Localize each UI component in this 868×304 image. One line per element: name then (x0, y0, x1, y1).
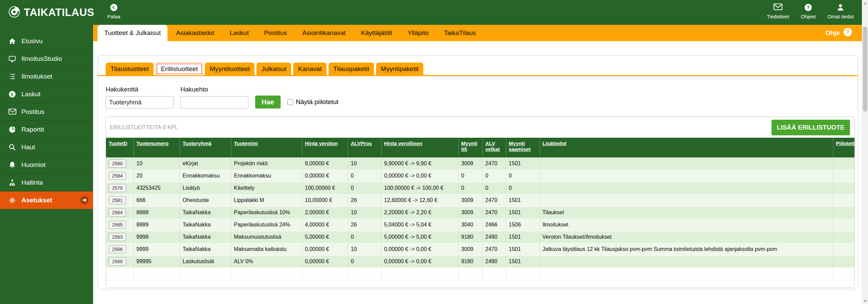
cell-price_net: 5,00000 € (302, 231, 348, 243)
tab-taikatilaus[interactable]: TaikaTilaus (437, 25, 483, 41)
app-logo[interactable]: TAIKATILAUS (8, 0, 94, 25)
product-id-link[interactable]: 2584 (109, 172, 126, 180)
cell-price_net: 9,00000 € (302, 157, 348, 170)
tab-tuotteet-julkaisut[interactable]: Tuotteet & Julkaisut (98, 25, 167, 41)
search-field-label: Hakukenttä (106, 86, 174, 93)
back-arrow-icon (102, 3, 126, 12)
sidebar-item-hallinta[interactable]: Hallinta (0, 174, 93, 191)
sidebar-item-ilmoitusstudio[interactable]: IlmoitusStudio (0, 50, 93, 68)
product-id-link[interactable]: 2570 (109, 184, 126, 192)
col-myynti-tili[interactable]: Myynti tili (458, 138, 482, 157)
subtab-myyntipaketit[interactable]: Myyntipaketit (376, 63, 423, 75)
col-lisatiedot[interactable]: Lisätiedot (539, 138, 833, 157)
col-hinta-veroton[interactable]: Hinta veroton (302, 138, 348, 157)
tab-kayttajatilit[interactable]: Käyttäjätilit (354, 25, 399, 41)
product-listing-box: ERILLISTUOTTEITA 0 KPL LISÄÄ ERILLISTUOT… (106, 117, 855, 288)
tab-laskut[interactable]: Laskut (223, 25, 255, 41)
col-tuotenumero[interactable]: Tuotenumero (134, 138, 180, 157)
sidebar-item-label: Ilmoitukset (21, 73, 52, 80)
sub-tab-bar: Tilaustuotteet Erillistuotteet Myyntituo… (98, 56, 858, 75)
help-center-button[interactable]: ? Ohjeet (801, 3, 816, 19)
cell-sales_account: 0 (458, 170, 482, 182)
sidebar-item-asetukset[interactable]: Asetukset (0, 191, 93, 209)
col-tuoteryhma[interactable]: Tuoteryhmä (180, 138, 231, 157)
subtab-myyntituotteet[interactable]: Myyntituotteet (205, 63, 254, 75)
notifications-button[interactable]: Tiedotteet (767, 3, 789, 19)
sidebar-item-huomiot[interactable]: Huomiot (0, 156, 93, 174)
tab-postitus[interactable]: Postitus (257, 25, 294, 41)
help-link[interactable]: Ohje ? (826, 25, 852, 41)
show-hidden-toggle[interactable]: Näytä piilotetut (287, 96, 339, 108)
subtab-erillistuotteet[interactable]: Erillistuotteet (156, 63, 203, 75)
subtab-kanavat[interactable]: Kanavat (293, 63, 326, 75)
sidebar-item-etusivu[interactable]: Etusivu (0, 32, 93, 50)
product-id-link[interactable]: 2566 (109, 245, 126, 253)
col-alvpros[interactable]: ALVPros (348, 138, 381, 157)
back-button[interactable]: Palaa (102, 3, 126, 19)
sidebar-item-laskut[interactable]: € Laskut (0, 85, 93, 103)
sidebar-item-label: Laskut (21, 90, 40, 98)
vertical-scrollbar[interactable]: ▲ ▼ (862, 0, 868, 304)
scrollbar-thumb[interactable] (863, 27, 867, 112)
cell-sales_account: 9180 (458, 255, 482, 268)
help-circle-icon: ? (843, 28, 852, 38)
tab-asiointikanavat[interactable]: Asiointikanavat (296, 25, 353, 41)
sidebar-item-postitus[interactable]: Postitus (0, 103, 93, 121)
table-row: 25669999TaikaNakkaMaksamatta katkaistu0,… (106, 243, 855, 255)
subtab-tilaustuotteet[interactable]: Tilaustuotteet (106, 63, 154, 75)
cell-name (231, 268, 302, 280)
cell-id: 2564 (106, 206, 134, 219)
cell-vat_debt: 2490 (482, 231, 506, 243)
cell-hidden (833, 243, 855, 255)
col-tuoteid[interactable]: TuoteID (106, 138, 134, 157)
cell-sales_account (458, 268, 482, 280)
search-button[interactable]: Hae (255, 96, 281, 108)
sidebar-item-ilmoitukset[interactable]: Ilmoitukset (0, 68, 93, 85)
cell-hidden (833, 268, 855, 280)
subtab-tilauspaketit[interactable]: Tilauspaketit (329, 63, 374, 75)
sidebar-item-haut[interactable]: Haut (0, 138, 93, 156)
cell-sales_receivable: 0 (506, 170, 539, 182)
search-field-input[interactable] (106, 96, 174, 108)
cell-price_gross: 9,90000 € -> 9,90 € (381, 157, 458, 170)
sidebar-item-label: Asetukset (21, 197, 52, 204)
svg-text:?: ? (846, 29, 850, 35)
table-header-row: TuoteID Tuotenumero Tuoteryhmä Tuotenimi… (106, 138, 855, 157)
sidebar-item-label: Postitus (21, 108, 45, 116)
cell-id: 2570 (106, 182, 134, 194)
product-id-link[interactable]: 2563 (109, 233, 126, 241)
account-button[interactable]: Omat tiedot (827, 3, 854, 19)
cell-sales_account: 0 (458, 182, 482, 194)
topbar: TAIKATILAUS Palaa Tiedotteet ? Ohjeet (0, 0, 868, 25)
subtab-julkaisut[interactable]: Julkaisut (256, 63, 291, 75)
search-term-input[interactable] (180, 96, 248, 108)
product-id-link[interactable]: 2581 (109, 196, 126, 204)
tab-asiakastiedot[interactable]: Asiakastiedot (169, 25, 221, 41)
cell-price_net: 2,00000 € (302, 206, 348, 219)
cell-id (106, 268, 134, 280)
add-product-button[interactable]: LISÄÄ ERILLISTUOTE (772, 120, 850, 135)
col-tuotenimi[interactable]: Tuotenimi (231, 138, 302, 157)
cell-hidden (833, 231, 855, 243)
col-alv-velkat[interactable]: ALV velkat (482, 138, 506, 157)
show-hidden-checkbox[interactable] (287, 99, 293, 105)
help-link-label: Ohje (826, 29, 840, 37)
cell-vat: 26 (348, 194, 381, 206)
scrollbar-down-arrow[interactable]: ▼ (862, 299, 868, 303)
col-hinta-verollinen[interactable]: Hinta verollinen (381, 138, 458, 157)
search-form: Hakukenttä Hakuehto Hae Näytä piilotetut (98, 76, 858, 108)
cell-group: TaikaNakka (180, 219, 231, 231)
app-window: TAIKATILAUS Palaa Tiedotteet ? Ohjeet (0, 0, 868, 304)
col-piilotettu[interactable]: Piilotettu (833, 138, 855, 157)
sidebar-item-raportit[interactable]: Raportit (0, 121, 93, 138)
product-id-link[interactable]: 2565 (109, 221, 126, 229)
product-id-link[interactable]: 2560 (109, 159, 126, 168)
col-myynti-saamiset[interactable]: Myynti saamiset (506, 138, 539, 157)
product-id-link[interactable]: 2564 (109, 208, 126, 217)
logo-icon (8, 6, 20, 19)
product-id-link[interactable]: 2569 (109, 257, 126, 266)
tab-yllapito[interactable]: Ylläpito (401, 25, 435, 41)
scrollbar-up-arrow[interactable]: ▲ (862, 1, 868, 5)
cell-hidden (833, 206, 855, 219)
cell-vat_debt: 0 (482, 182, 506, 194)
